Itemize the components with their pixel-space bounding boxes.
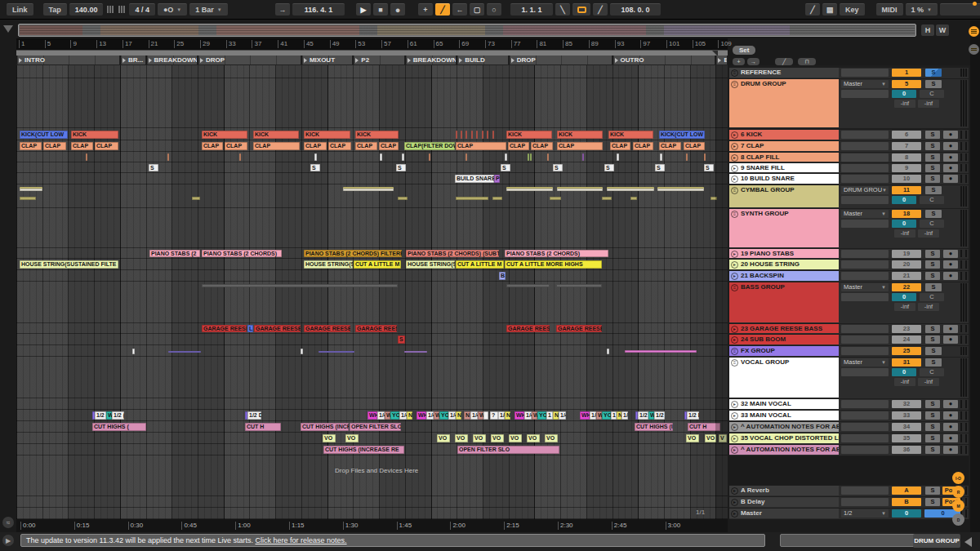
output-routing-menu[interactable]: DRUM GROU▼ (841, 186, 889, 194)
clip-sliver[interactable] (168, 351, 201, 353)
clip-s[interactable]: S (310, 164, 320, 171)
clip-w[interactable]: W (478, 411, 483, 420)
track-header-6-kick[interactable]: ▸6 KICK6S● (729, 130, 969, 140)
clip-clap[interactable]: CLAP (71, 142, 93, 150)
clip-clap[interactable]: CLAP (508, 142, 529, 150)
clip-1-4[interactable]: 1/4 (448, 411, 456, 420)
play-button[interactable]: ▶ (356, 3, 371, 16)
lane-20-house-string[interactable]: HOUSE STRING(SUSTAINED FILTEHOUSE STRING… (16, 260, 728, 270)
track-arm-number[interactable]: 11 (892, 186, 921, 194)
solo-button[interactable]: S (925, 153, 940, 162)
track-arm-number[interactable]: 18 (892, 210, 921, 218)
track-name-box[interactable]: ≡REFERENCE (729, 68, 839, 78)
solo-button[interactable]: S (925, 250, 940, 258)
clip-vo[interactable]: VO (473, 434, 486, 442)
lane-24-sub-boom[interactable]: S (16, 335, 728, 345)
clip-sliver[interactable] (398, 197, 408, 200)
release-notes-link[interactable]: Click here for release notes. (256, 536, 347, 544)
clip-piano-stabs-2-chords-subtl[interactable]: PIANO STABS (2 CHORDS) (SUBTL (406, 250, 499, 257)
locator-breakdown[interactable]: BREAKDOWN (146, 56, 197, 64)
clip-wh[interactable]: WH (368, 411, 377, 420)
solo-button[interactable]: S (925, 272, 940, 280)
track-header-synth-group[interactable]: ≡SYNTH GROUPMaster▼18S0C-inf-inf (729, 209, 969, 248)
clip-1[interactable]: 1 (546, 411, 553, 420)
track-play-icon[interactable]: ▸ (731, 435, 738, 442)
track-play-icon[interactable]: ▸ (731, 261, 738, 269)
track-play-icon[interactable]: ▸ (731, 401, 738, 408)
clip-w[interactable]: W (648, 411, 654, 420)
clip-vo[interactable]: VO (705, 434, 716, 442)
clip-yo-[interactable]: YO! (439, 411, 448, 420)
computer-midi-keyboard-icon[interactable]: ▤ (822, 3, 837, 16)
track-arm-number[interactable]: 8 (892, 153, 921, 162)
clip-garage-reese[interactable]: GARAGE REESE (506, 325, 550, 332)
input-field[interactable] (841, 142, 889, 150)
return-letter[interactable]: B (892, 498, 921, 506)
clip-s[interactable]: S (655, 164, 665, 171)
solo-button[interactable]: S (925, 80, 942, 88)
track-name-box[interactable]: ▸20 HOUSE STRING (729, 260, 839, 269)
volume-field[interactable]: -inf (894, 378, 915, 386)
clip-s[interactable]: S (604, 164, 614, 171)
group-fold-icon[interactable]: ≡ (731, 348, 738, 355)
clip-open-filter-slo[interactable]: OPEN FILTER SLO (350, 423, 401, 431)
track-play-icon[interactable]: ▸ (731, 176, 738, 183)
solo-button[interactable]: S (925, 164, 940, 172)
arm-button[interactable]: ● (943, 260, 958, 269)
clip-sliver[interactable] (506, 284, 550, 287)
track-arm-number[interactable]: 24 (892, 335, 921, 344)
clip-s[interactable]: S (704, 164, 714, 171)
clip--[interactable]: ? (490, 411, 498, 420)
track-arm-number[interactable]: 1 (892, 69, 921, 77)
clip-sliver[interactable] (380, 153, 382, 161)
next-locator-button[interactable]: → (747, 58, 760, 65)
clip-vo[interactable]: VO (545, 434, 558, 442)
key-map-button[interactable]: Key (840, 3, 865, 16)
clip-open-filter-slo[interactable]: OPEN FILTER SLO (457, 446, 559, 454)
clip-kick[interactable]: KICK (304, 131, 350, 139)
clip-sliver[interactable] (557, 187, 603, 191)
track-arm-number[interactable]: 32 (892, 400, 921, 408)
clip-clap[interactable]: CLAP (95, 142, 118, 150)
clip-garage-reese[interactable]: GARAGE REESE (202, 325, 247, 332)
locator-row[interactable]: INTROBR...BREAKDOWNDROPMIXOUTP2BREAKDOWN… (16, 56, 728, 65)
clip-sliver[interactable] (482, 131, 483, 139)
waveform-toggle-icon[interactable]: ≈ (2, 517, 14, 528)
clip-sliver[interactable] (471, 131, 473, 139)
solo-button[interactable]: S (925, 260, 940, 269)
clip-b[interactable]: B (499, 272, 506, 280)
clip-vo[interactable]: VO (437, 434, 450, 442)
optimize-height-button[interactable]: H (921, 24, 934, 36)
group-fold-icon[interactable]: ≡ (731, 81, 738, 88)
track-play-icon[interactable]: ▸ (731, 273, 738, 280)
solo-button[interactable]: S (925, 69, 942, 77)
clip-1-4[interactable]: 1/4 (498, 411, 505, 420)
track-play-icon[interactable]: ▸ (731, 336, 738, 344)
track-name-box[interactable]: ≡CYMBAL GROUP (729, 185, 839, 207)
solo-button[interactable]: S (925, 400, 940, 408)
section-toggle-i-o[interactable]: I-O (952, 472, 964, 484)
lane-21-backspin[interactable]: B (16, 271, 728, 282)
input-field[interactable] (841, 423, 889, 431)
tempo-field[interactable]: 140.00 (69, 3, 104, 16)
clip-sliver[interactable] (547, 153, 549, 161)
clip-sliver[interactable] (167, 153, 169, 161)
track-arm-number[interactable]: 20 (892, 260, 921, 269)
clip-1-4[interactable]: 1/4 (470, 411, 478, 420)
solo-button[interactable]: S (925, 131, 940, 139)
locator-mixout[interactable]: MIXOUT (301, 56, 352, 64)
return-letter[interactable]: A (892, 487, 921, 495)
draw-automation-toggle[interactable]: ╱ (775, 58, 793, 65)
input-field[interactable] (841, 220, 889, 228)
clip-sliver[interactable] (530, 153, 532, 161)
arm-button[interactable]: ● (943, 131, 958, 139)
solo-button[interactable]: S (925, 335, 940, 344)
input-field[interactable] (841, 90, 889, 98)
arm-button[interactable]: ● (943, 446, 958, 454)
track-name-box[interactable]: ▸B Delay (729, 497, 839, 507)
scrub-area[interactable] (16, 50, 728, 56)
pan-knob[interactable]: 0 (892, 293, 916, 301)
clip-cut-a-little-m[interactable]: CUT A LITTLE M (456, 260, 504, 269)
crossfade-button[interactable]: C (920, 293, 944, 301)
track-name-box[interactable]: ▸^ AUTOMATION NOTES FOR ABOV (729, 422, 839, 432)
